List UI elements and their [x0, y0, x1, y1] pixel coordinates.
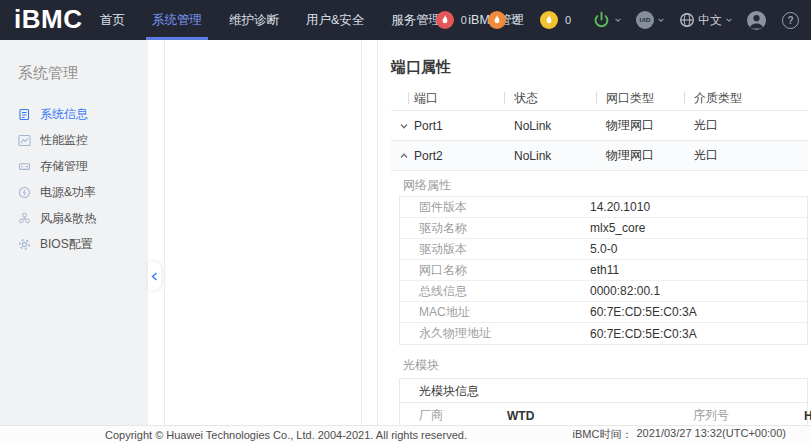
nav-item-user-security[interactable]: 用户&安全 [300, 0, 370, 40]
sidebar-item-fan-cooling[interactable]: 风扇&散热 [0, 205, 148, 231]
ibmc-logo: iBMC [14, 4, 82, 35]
mac-address-label: MAC地址 [400, 304, 590, 321]
port2-collapse-toggle[interactable]: Port2 [391, 149, 509, 163]
table-row: 驱动版本5.0-0 [400, 239, 807, 260]
sidebar-item-label: BIOS配置 [40, 236, 93, 253]
sidebar-item-label: 系统信息 [40, 106, 88, 123]
port-type: 物理网口 [601, 117, 689, 134]
uid-indicator-dropdown[interactable]: UID [636, 11, 665, 29]
sidebar-item-label: 性能监控 [40, 132, 88, 149]
optical-module-info-header: 光模块信息 [400, 379, 807, 403]
nav-item-maintenance-diagnosis[interactable]: 维护诊断 [223, 0, 285, 40]
chevron-down-icon [399, 121, 409, 131]
serial-number-label: 序列号 [674, 407, 804, 424]
sidebar: 系统管理 系统信息 性能监控 [0, 40, 148, 425]
table-row: 总线信息0000:82:00.1 [400, 281, 807, 302]
copyright-text: Copyright © Huawei Technologies Co., Ltd… [105, 429, 467, 441]
table-row: 厂商 WTD 序列号 HN205200110043 [400, 403, 807, 425]
port-medium: 光口 [689, 147, 808, 164]
firmware-version-value: 14.20.1010 [590, 200, 807, 214]
port-status: NoLink [509, 119, 601, 133]
mac-address-value: 60:7E:CD:5E:C0:3A [590, 305, 807, 319]
storage-drive-icon [18, 160, 31, 173]
ibmc-time-label: iBMC时间： [573, 427, 633, 442]
serial-number-value: HN205200110043 [804, 409, 811, 423]
chevron-down-icon [657, 16, 665, 24]
power-bolt-icon [18, 186, 31, 199]
sidebar-title: 系统管理 [18, 64, 148, 83]
optical-module-title: 光模块 [403, 357, 808, 374]
fan-icon [18, 212, 31, 225]
sidebar-item-power[interactable]: 电源&功率 [0, 179, 148, 205]
column-header-port: 端口 [391, 90, 509, 107]
vendor-value: WTD [507, 409, 674, 423]
port-properties-panel: 端口属性 端口 状态 网口类型 介质类型 Port1 NoLink 物理网口 光… [377, 40, 811, 425]
chevron-left-icon [151, 272, 158, 281]
document-icon [18, 108, 31, 121]
line-chart-icon [18, 134, 31, 147]
user-avatar-icon[interactable] [747, 11, 766, 30]
column-header-status: 状态 [509, 90, 601, 107]
port-type: 物理网口 [601, 147, 689, 164]
optical-module-table: 光模块信息 厂商 WTD 序列号 HN205200110043 [399, 378, 808, 425]
driver-name-label: 驱动名称 [400, 220, 590, 237]
sidebar-collapse-button[interactable] [148, 262, 161, 290]
sidebar-item-storage-management[interactable]: 存储管理 [0, 153, 148, 179]
uid-indicator-icon: UID [636, 11, 654, 29]
sidebar-item-label: 风扇&散热 [40, 210, 96, 227]
top-navigation-bar: iBMC 首页 系统管理 维护诊断 用户&安全 服务管理 iBMC管理 0 2 [0, 0, 811, 40]
table-row: 固件版本14.20.1010 [400, 197, 807, 218]
firmware-version-label: 固件版本 [400, 199, 590, 216]
driver-version-value: 5.0-0 [590, 242, 807, 256]
major-alarm-count: 2 [513, 14, 519, 26]
major-alarm-icon[interactable] [488, 11, 506, 29]
footer-bar: Copyright © Huawei Technologies Co., Ltd… [0, 425, 811, 443]
sidebar-item-label: 存储管理 [40, 158, 88, 175]
ibmc-time-value: 2021/03/27 13:32(UTC+00:00) [636, 427, 786, 442]
flame-icon [440, 14, 450, 26]
critical-alarm-icon[interactable] [436, 11, 454, 29]
chevron-down-icon [725, 16, 733, 24]
minor-alarm-group[interactable]: 0 [540, 11, 571, 29]
table-row: 驱动名称mlx5_core [400, 218, 807, 239]
nav-item-home[interactable]: 首页 [94, 0, 131, 40]
permanent-mac-label: 永久物理地址 [400, 325, 590, 342]
driver-name-value: mlx5_core [590, 221, 807, 235]
help-icon[interactable]: ? [782, 12, 799, 29]
network-properties-title: 网络属性 [403, 177, 808, 194]
minor-alarm-icon[interactable] [540, 11, 558, 29]
bus-info-label: 总线信息 [400, 283, 590, 300]
critical-alarm-count: 0 [461, 14, 467, 26]
critical-alarm-group[interactable]: 0 [436, 11, 467, 29]
port-status: NoLink [509, 149, 601, 163]
power-control-dropdown[interactable] [592, 11, 622, 30]
chevron-up-icon [399, 151, 409, 161]
port-name: Port2 [414, 149, 443, 163]
port1-expand-toggle[interactable]: Port1 [391, 119, 509, 133]
table-row-port1[interactable]: Port1 NoLink 物理网口 光口 [391, 111, 808, 141]
page-title: 端口属性 [391, 58, 808, 77]
vendor-label: 厂商 [400, 407, 507, 424]
person-icon [747, 11, 766, 30]
nav-status-cluster: 0 2 0 UID [436, 0, 799, 40]
sidebar-item-system-info[interactable]: 系统信息 [0, 101, 148, 127]
bus-info-value: 0000:82:00.1 [590, 284, 807, 298]
language-selector[interactable]: 中文 [679, 12, 733, 29]
nav-item-system-management[interactable]: 系统管理 [146, 0, 208, 40]
secondary-panel [164, 40, 362, 425]
network-properties-table: 固件版本14.20.1010 驱动名称mlx5_core 驱动版本5.0-0 网… [399, 196, 808, 345]
table-row: MAC地址60:7E:CD:5E:C0:3A [400, 302, 807, 323]
port-name-label: 网口名称 [400, 262, 590, 279]
sidebar-item-label: 电源&功率 [40, 184, 96, 201]
port-medium: 光口 [689, 117, 808, 134]
sidebar-item-performance-monitor[interactable]: 性能监控 [0, 127, 148, 153]
table-row: 永久物理地址60:7E:CD:5E:C0:3A [400, 323, 807, 344]
table-row-port2[interactable]: Port2 NoLink 物理网口 光口 [391, 141, 808, 171]
table-row: 网口名称eth11 [400, 260, 807, 281]
major-alarm-group[interactable]: 2 [488, 11, 519, 29]
globe-icon [679, 12, 695, 28]
port-name: Port1 [414, 119, 443, 133]
sidebar-item-bios-config[interactable]: BIOS配置 [0, 231, 148, 257]
gear-icon [18, 238, 31, 251]
port-table: 端口 状态 网口类型 介质类型 Port1 NoLink 物理网口 光口 Por… [391, 86, 808, 171]
